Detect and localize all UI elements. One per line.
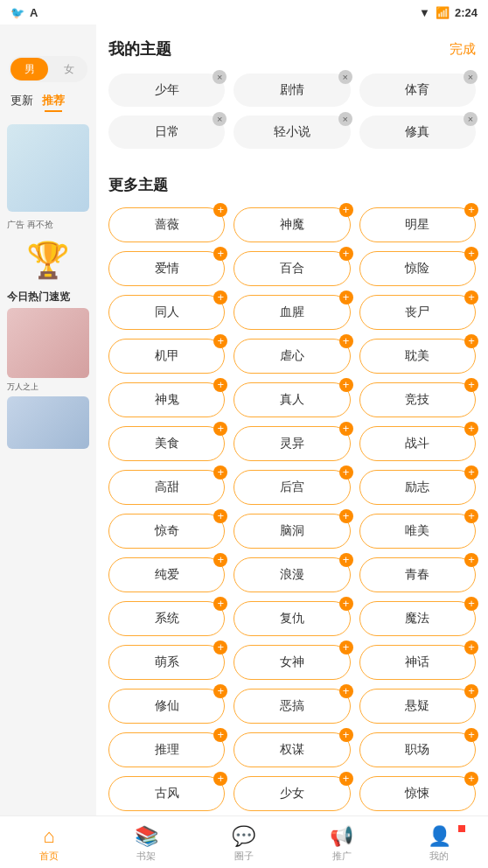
more-theme-26[interactable]: 青春+: [359, 557, 476, 592]
more-themes-grid: 蔷薇+神魔+明星+爱情+百合+惊险+同人+血腥+丧尸+机甲+虐心+耽美+神鬼+真…: [108, 207, 476, 816]
more-theme-10[interactable]: 虐心+: [234, 339, 350, 374]
my-theme-3[interactable]: 日常: [108, 116, 225, 149]
more-theme-6[interactable]: 同人+: [108, 295, 225, 330]
more-theme-21[interactable]: 惊奇+: [108, 514, 225, 549]
wifi-icon: ▼: [419, 6, 430, 19]
add-icon: +: [339, 290, 353, 304]
more-theme-18[interactable]: 高甜+: [108, 470, 225, 505]
toggle-female[interactable]: 女: [50, 56, 87, 82]
more-theme-27[interactable]: 系统+: [108, 601, 225, 636]
promote-icon: 📢: [330, 825, 353, 848]
book-icon: 📚: [135, 825, 158, 848]
more-theme-8[interactable]: 丧尸+: [359, 295, 476, 330]
more-theme-12[interactable]: 神鬼+: [108, 382, 225, 417]
more-theme-32[interactable]: 神话+: [359, 645, 476, 680]
more-theme-33[interactable]: 修仙+: [108, 689, 225, 724]
more-theme-14[interactable]: 竞技+: [359, 382, 476, 417]
nav-bookshelf[interactable]: 📚 书架: [98, 822, 196, 863]
nav-home[interactable]: ⌂ 首页: [0, 822, 98, 863]
more-theme-31[interactable]: 女神+: [234, 645, 350, 680]
add-icon: +: [464, 597, 478, 611]
more-theme-3[interactable]: 爱情+: [108, 251, 225, 286]
more-theme-41[interactable]: 惊悚+: [359, 776, 476, 811]
add-icon: +: [339, 334, 353, 348]
more-theme-23[interactable]: 唯美+: [359, 514, 476, 549]
bottom-nav: ⌂ 首页 📚 书架 💬 圈子 📢 推广 👤 我的 ●: [0, 816, 488, 868]
more-theme-11[interactable]: 耽美+: [359, 339, 476, 374]
my-theme-2[interactable]: 体育: [359, 74, 476, 107]
add-icon: +: [339, 378, 353, 392]
toggle-male[interactable]: 男: [10, 58, 48, 80]
bg-ad-text: 广告 再不抢: [7, 219, 89, 231]
gender-toggle[interactable]: 男 女: [9, 56, 87, 82]
add-icon: +: [464, 466, 478, 480]
profile-badge: ●: [458, 825, 465, 832]
time-label: 2:24: [455, 6, 478, 19]
add-icon: +: [339, 684, 353, 698]
more-theme-30[interactable]: 萌系+: [108, 645, 225, 680]
more-theme-9[interactable]: 机甲+: [108, 339, 225, 374]
my-themes-title: 我的主题: [108, 38, 171, 60]
more-theme-0[interactable]: 蔷薇+: [108, 207, 225, 242]
more-theme-7[interactable]: 血腥+: [234, 295, 350, 330]
nav-profile[interactable]: 👤 我的 ●: [390, 822, 488, 863]
more-theme-34[interactable]: 恶搞+: [234, 689, 350, 724]
nav-promote[interactable]: 📢 推广: [293, 822, 391, 863]
more-theme-36[interactable]: 推理+: [108, 732, 225, 767]
app-label: A: [30, 6, 38, 19]
add-icon: +: [213, 422, 227, 436]
bg-nav-recommend[interactable]: 推荐: [38, 86, 68, 116]
more-theme-24[interactable]: 纯爱+: [108, 557, 225, 592]
add-icon: +: [339, 597, 353, 611]
add-icon: +: [213, 334, 227, 348]
add-icon: +: [464, 203, 478, 217]
more-theme-1[interactable]: 神魔+: [234, 207, 350, 242]
bg-hot-label: 今日热门速览: [7, 290, 89, 304]
bg-trophy-icon: 🏆: [7, 240, 89, 281]
complete-button[interactable]: 完成: [450, 41, 476, 58]
my-theme-5[interactable]: 修真: [359, 116, 476, 149]
more-theme-16[interactable]: 灵异+: [234, 426, 350, 461]
nav-home-label: 首页: [39, 850, 59, 863]
more-theme-2[interactable]: 明星+: [359, 207, 476, 242]
main-panel: 我的主题 完成 少年 剧情 体育 日常 轻小说 修真 更多主题 蔷薇+神魔+明星…: [96, 24, 488, 816]
add-icon: +: [213, 203, 227, 217]
app-icon: 🐦: [10, 6, 24, 19]
more-themes-title: 更多主题: [108, 175, 476, 195]
add-icon: +: [213, 597, 227, 611]
more-theme-17[interactable]: 战斗+: [359, 426, 476, 461]
add-icon: +: [213, 290, 227, 304]
add-icon: +: [213, 684, 227, 698]
add-icon: +: [339, 728, 353, 742]
more-theme-35[interactable]: 悬疑+: [359, 689, 476, 724]
add-icon: +: [213, 466, 227, 480]
more-theme-28[interactable]: 复仇+: [234, 601, 350, 636]
more-theme-19[interactable]: 后宫+: [234, 470, 350, 505]
bg-hot-card-2: [7, 396, 89, 449]
more-theme-20[interactable]: 励志+: [359, 470, 476, 505]
bg-nav-update[interactable]: 更新: [7, 86, 37, 116]
more-theme-25[interactable]: 浪漫+: [234, 557, 350, 592]
my-theme-0[interactable]: 少年: [108, 74, 225, 107]
nav-circle[interactable]: 💬 圈子: [195, 822, 293, 863]
nav-profile-label: 我的: [429, 850, 449, 863]
more-theme-5[interactable]: 惊险+: [359, 251, 476, 286]
more-theme-39[interactable]: 古风+: [108, 776, 225, 811]
my-theme-1[interactable]: 剧情: [234, 74, 350, 107]
circle-icon: 💬: [232, 825, 255, 848]
status-left: 🐦 A: [10, 6, 38, 19]
more-theme-22[interactable]: 脑洞+: [234, 514, 350, 549]
home-icon: ⌂: [43, 825, 54, 848]
more-theme-40[interactable]: 少女+: [234, 776, 350, 811]
bg-book-title: 万人之上: [7, 382, 89, 393]
more-theme-37[interactable]: 权谋+: [234, 732, 350, 767]
more-theme-4[interactable]: 百合+: [234, 251, 350, 286]
more-theme-29[interactable]: 魔法+: [359, 601, 476, 636]
more-theme-15[interactable]: 美食+: [108, 426, 225, 461]
my-theme-4[interactable]: 轻小说: [234, 116, 350, 149]
more-theme-13[interactable]: 真人+: [234, 382, 350, 417]
add-icon: +: [339, 247, 353, 261]
add-icon: +: [339, 772, 353, 786]
nav-circle-label: 圈子: [234, 850, 254, 863]
more-theme-38[interactable]: 职场+: [359, 732, 476, 767]
